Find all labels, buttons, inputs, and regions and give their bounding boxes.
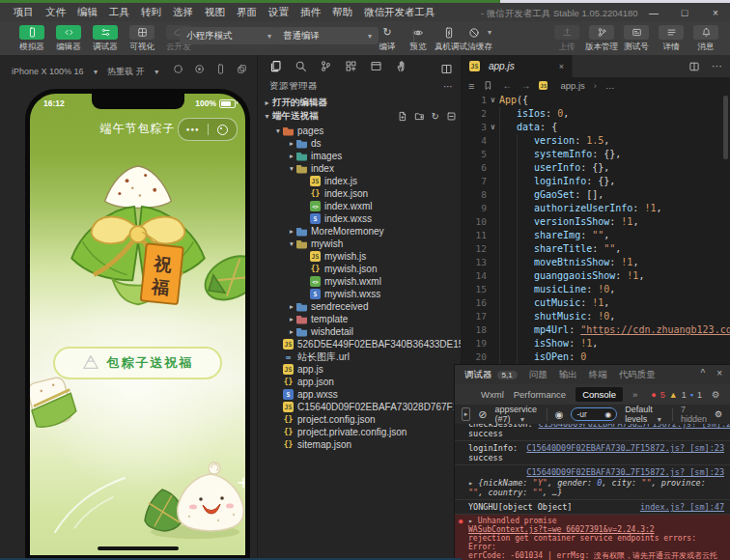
menu-项目[interactable]: 项目 [8,4,40,21]
close-panel-icon[interactable]: × [716,368,722,378]
code-line-9[interactable]: 9 authorizeUserInfo: !1, [462,202,722,215]
toolbar-上传-button[interactable]: 上传 [550,25,583,53]
menu-帮助[interactable]: 帮助 [326,4,358,21]
debugger-tab-问题[interactable]: 问题 [529,369,548,381]
debugger-tab-终端[interactable]: 终端 [589,369,607,381]
devtools-tab-Console[interactable]: Console [576,387,623,402]
fold-chevron-icon[interactable]: ∨ [487,121,499,134]
tree-item-index.json[interactable]: {} index.json [258,187,461,200]
tree-item-pages[interactable]: ▾ pages [258,125,461,137]
source-link[interactable]: C15640D09F02EBAFA730…7F15872.js? [sm]:23 [526,443,724,462]
toolbar-消息-button[interactable]: 消息 [689,25,722,53]
menu-界面[interactable]: 界面 [231,4,263,21]
new-file-icon[interactable] [397,111,407,122]
debugger-tab-代码质量[interactable]: 代码质量 [619,369,656,381]
bookmark-icon[interactable] [483,80,493,91]
toolbar-调试器-button[interactable]: 调试器 [87,25,124,53]
code-area[interactable]: 1 ∨ App({ 2 isIos: 0, 3 ∨ data: { 4 vers… [462,94,722,364]
editor-scrollbar[interactable] [723,96,728,159]
code-line-6[interactable]: 6 userInfo: {}, [462,161,722,175]
console-error-entry[interactable]: ▸ Unhandled promise WASubContext.js?t=we… [455,515,730,560]
toolbar-测试号-button[interactable]: 测试号 [620,25,653,53]
tree-item-app.json[interactable]: {} app.json [258,376,461,388]
mode-select[interactable]: 小程序模式 ▾ [180,27,278,44]
toolbar-真机调试-button[interactable]: 真机调试 [435,25,463,53]
split-editor-icon[interactable] [440,60,453,77]
eye-icon[interactable]: ◉ [555,409,564,420]
compile-select[interactable]: 普通编译 ▾ [276,27,379,44]
toolbar-预览-button[interactable]: 预览 [404,25,433,53]
tree-item-index.wxml[interactable]: <> index.wxml [258,200,461,212]
run-icon[interactable]: ▸ [462,407,470,421]
tree-item-526D5E449F02EBAF340B36433DE15872.js[interactable]: JS 526D5E449F02EBAF340B36433DE15872.js [258,338,461,350]
menu-微信开发者工具[interactable]: 微信开发者工具 [358,4,441,21]
git-branch-icon[interactable] [320,60,332,72]
tree-item-ds[interactable]: ▸ ds [258,137,461,150]
toolbar-清缓存-button[interactable]: ▾ 清缓存 [465,25,494,53]
code-line-12[interactable]: 12 shareTitle: "", [462,242,722,256]
tree-item-mywish[interactable]: ▾ mywish [258,238,461,250]
toolbar-编辑器-button[interactable]: 编辑器 [50,25,87,53]
code-line-5[interactable]: 5 systemInfo: {}, [462,148,722,161]
code-line-15[interactable]: 15 musicLine: !0, [462,283,722,296]
console-object-entry[interactable]: C15640D09F02EBAFA730…7F15872.js? [sm]:23… [455,465,730,500]
breadcrumb-more[interactable]: … [605,80,615,91]
code-line-13[interactable]: 13 moveBtnisShow: !1, [462,256,722,269]
hot-reload-toggle[interactable]: 热重载 开 ▾ [107,66,158,78]
menu-视图[interactable]: 视图 [199,4,231,21]
explorer-more-icon[interactable]: ⋯ [443,81,453,92]
nav-back-icon[interactable]: ← [502,80,512,91]
source-link[interactable]: WASubContext.js?t=we_66027391&v=2.24.3:2 [468,525,655,534]
tree-item-images[interactable]: ▸ images [258,150,461,162]
tree-item-C15640D09F02EBAFA73028D767F15872.js[interactable]: JS C15640D09F02EBAFA73028D767F15872.js [258,401,461,413]
code-line-20[interactable]: 20 isOPen: 0 [462,350,722,364]
split-editor-icon[interactable] [688,61,700,72]
close-button[interactable]: × [707,5,724,20]
code-line-3[interactable]: 3 ∨ data: { [462,121,722,134]
code-line-19[interactable]: 19 isShow: !1, [462,337,722,350]
code-line-4[interactable]: 4 version: 1.5, [462,134,722,148]
tree-item-sendreceived[interactable]: ▸ sendreceived [258,300,461,313]
menu-编辑[interactable]: 编辑 [71,4,103,21]
tree-item-mywish.wxss[interactable]: S mywish.wxss [258,288,461,300]
clear-console-icon[interactable]: ⊘ [478,408,487,421]
tab-app-js[interactable]: JS app.js × [462,55,573,77]
files-icon[interactable] [269,60,282,72]
devtools-tab-Wxml[interactable]: Wxml [481,389,504,400]
menu-选择[interactable]: 选择 [167,4,199,21]
code-line-7[interactable]: 7 loginInfo: {}, [462,175,722,188]
code-line-2[interactable]: 2 isIos: 0, [462,107,722,121]
log-levels-select[interactable]: Default levels ▾ [625,405,664,424]
new-folder-icon[interactable] [414,111,425,122]
menu-文件[interactable]: 文件 [40,4,71,21]
close-tab-icon[interactable]: × [559,62,564,71]
outline-icon[interactable]: ≡ [468,80,474,92]
minimize-button[interactable]: — [645,5,662,20]
extensions-icon[interactable] [345,60,357,72]
menu-工具[interactable]: 工具 [103,4,135,21]
tree-item-project.private.config.json[interactable]: {} project.private.config.json [258,426,461,438]
tree-item-sitemap.json[interactable]: {} sitemap.json [258,438,461,451]
console-filter-input[interactable]: -ur ◉ [571,407,617,421]
menu-转到[interactable]: 转到 [135,4,167,21]
editor-more-icon[interactable]: ⋯ [712,60,722,72]
toolbar-版本管理-button[interactable]: 版本管理 [585,25,618,53]
code-line-8[interactable]: 8 gGaoSet: [], [462,188,722,202]
code-line-14[interactable]: 14 guanggaoisShow: !1, [462,269,722,283]
filter-clear-icon[interactable]: ◉ [604,410,611,419]
more-tabs-icon[interactable]: » [632,389,637,400]
make-zongzi-button[interactable]: 包粽子送祝福 [53,347,222,379]
debugger-tab-输出[interactable]: 输出 [559,369,577,381]
source-link[interactable]: C15640D09F02EBAFA730…7F15872.js? [sm]:23 [526,467,724,477]
toolbar-可视化-button[interactable]: 可视化 [124,25,160,53]
device-select[interactable]: iPhone X 100% 16 ▾ [12,67,98,76]
tree-item-MoreMoremoney[interactable]: ▸ MoreMoremoney [258,225,461,238]
portrait-icon[interactable] [215,64,226,74]
rotate-icon[interactable] [173,64,183,74]
collapse-panel-icon[interactable]: ^ [700,368,705,378]
code-line-1[interactable]: 1 ∨ App({ [462,94,722,107]
menu-设置[interactable]: 设置 [263,4,295,21]
tree-item-index.js[interactable]: JS index.js [258,175,461,187]
tree-item-app.js[interactable]: JS app.js [258,363,461,376]
console-settings-gear-icon[interactable]: ⚙ [715,409,730,419]
